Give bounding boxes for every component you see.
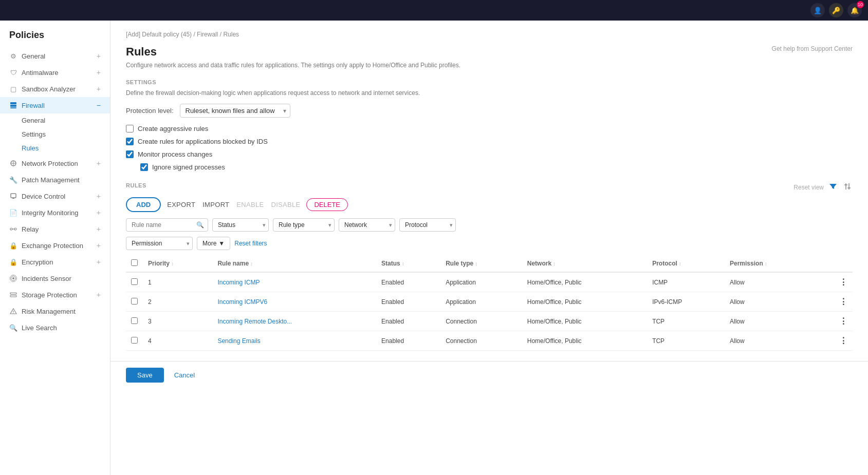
row-rule-type: Application (440, 272, 522, 292)
sidebar-add-network[interactable]: + (97, 159, 101, 167)
ignore-signed-checkbox[interactable] (140, 163, 148, 171)
row-checkbox-1[interactable] (131, 298, 138, 305)
protection-level-select[interactable]: Ruleset, known files and allow Ruleset o… (180, 104, 290, 118)
row-dots-menu[interactable]: ⋮ (817, 312, 853, 331)
permission-filter[interactable]: Permission Allow Deny (126, 237, 193, 250)
sidebar-sub-item-settings[interactable]: Settings (22, 127, 110, 141)
col-rule-name: Rule name↕ (212, 255, 376, 272)
sidebar-sub-item-general[interactable]: General (22, 113, 110, 127)
row-protocol: ICMP (647, 272, 725, 292)
reset-filters-link[interactable]: Reset filters (234, 240, 267, 247)
checkbox-aggressive: Create aggressive rules (126, 125, 853, 132)
sidebar-add-exchange[interactable]: + (97, 241, 101, 250)
select-all-checkbox[interactable] (131, 259, 138, 266)
sidebar-item-integrity[interactable]: 📄 Integrity Monitoring + (0, 204, 110, 221)
rule-type-filter-wrap: Rule type Application Connection (273, 218, 335, 232)
rule-name-link[interactable]: Incoming ICMPV6 (217, 298, 267, 306)
sidebar-item-incidents[interactable]: Incidents Sensor (0, 270, 110, 287)
search-icon: 🔍 (9, 324, 17, 332)
checkbox-monitor-process: Monitor process changes (126, 150, 853, 158)
sidebar-add-device[interactable]: + (97, 192, 101, 200)
row-status: Enabled (376, 292, 440, 312)
cancel-button[interactable]: Cancel (169, 368, 200, 383)
add-rule-button[interactable]: ADD (126, 197, 161, 212)
sidebar-item-storage[interactable]: Storage Protection + (0, 287, 110, 303)
breadcrumb-part3: Rules (223, 31, 239, 38)
network-filter[interactable]: Network Home/Office Public (339, 218, 395, 232)
help-link[interactable]: Get help from Support Center (772, 45, 853, 52)
table-header-checkbox (126, 255, 143, 272)
row-network: Home/Office, Public (522, 292, 647, 312)
sidebar-add-encryption[interactable]: + (97, 258, 101, 266)
sidebar-add-storage[interactable]: + (97, 291, 101, 299)
sidebar-item-exchange[interactable]: 🔒 Exchange Protection + (0, 237, 110, 254)
svg-rect-2 (10, 107, 16, 108)
sidebar-add-general[interactable]: + (97, 52, 101, 60)
rules-header-icons: Reset view (793, 181, 853, 193)
protocol-filter[interactable]: Protocol TCP UDP ICMP IPv6-ICMP (399, 218, 456, 232)
breadcrumb: [Add] Default policy (45) / Firewall / R… (126, 31, 853, 38)
status-filter[interactable]: Status Enabled Disabled (212, 218, 269, 232)
sidebar-item-label: Integrity Monitoring (22, 209, 93, 217)
sidebar-item-antimalware[interactable]: 🛡 Antimalware + (0, 64, 110, 81)
row-rule-name: Sending Emails (212, 331, 376, 351)
enable-button[interactable]: ENABLE (235, 198, 265, 211)
page-title: Rules (126, 45, 157, 59)
row-checkbox-0[interactable] (131, 278, 138, 285)
save-button[interactable]: Save (126, 368, 164, 383)
bell-icon[interactable]: 🔔 10 (847, 3, 862, 17)
sidebar-item-firewall[interactable]: Firewall − (0, 97, 110, 113)
reset-view-btn[interactable]: Reset view (793, 184, 824, 191)
sidebar-item-relay[interactable]: Relay + (0, 221, 110, 237)
rule-name-filter[interactable] (126, 218, 208, 232)
sidebar-item-general[interactable]: ⚙ General + (0, 48, 110, 64)
sidebar-add-relay[interactable]: + (97, 225, 101, 233)
sidebar-item-patch[interactable]: 🔧 Patch Management (0, 172, 110, 188)
sidebar-sub-item-rules[interactable]: Rules (22, 141, 110, 155)
sidebar-item-risk[interactable]: Risk Management (0, 303, 110, 319)
sidebar-item-label: Encryption (22, 258, 93, 266)
user-icon[interactable]: 👤 (810, 3, 825, 17)
breadcrumb-part2[interactable]: Firewall (197, 31, 218, 38)
sidebar-add-antimalware[interactable]: + (97, 68, 101, 77)
filter-icon-btn[interactable] (828, 181, 838, 193)
status-filter-wrap: Status Enabled Disabled (212, 218, 269, 232)
export-button[interactable]: EXPORT (166, 198, 196, 211)
row-dots-menu[interactable]: ⋮ (817, 272, 853, 292)
sidebar-item-live-search[interactable]: 🔍 Live Search (0, 319, 110, 336)
sidebar-item-network-protection[interactable]: Network Protection + (0, 155, 110, 172)
row-rule-name: Incoming ICMP (212, 272, 376, 292)
rule-type-filter[interactable]: Rule type Application Connection (273, 218, 335, 232)
row-permission: Allow (725, 292, 817, 312)
row-checkbox-3[interactable] (131, 337, 138, 344)
sidebar-item-sandbox[interactable]: ▢ Sandbox Analyzer + (0, 81, 110, 97)
row-dots-menu[interactable]: ⋮ (817, 331, 853, 351)
sidebar-item-encryption[interactable]: 🔒 Encryption + (0, 254, 110, 270)
sidebar-add-sandbox[interactable]: + (97, 85, 101, 93)
sidebar-add-integrity[interactable]: + (97, 208, 101, 217)
filter-row: 🔍 Status Enabled Disabled Rule type Appl… (126, 218, 853, 232)
col-rule-type: Rule type↕ (440, 255, 522, 272)
row-dots-menu[interactable]: ⋮ (817, 292, 853, 312)
rule-name-link[interactable]: Incoming Remote Deskto... (217, 318, 292, 325)
firewall-icon (9, 101, 17, 109)
more-filters-button[interactable]: More ▼ (197, 237, 230, 250)
delete-button[interactable]: DELETE (306, 198, 348, 211)
import-button[interactable]: IMPORT (201, 198, 230, 211)
sidebar-item-device-control[interactable]: Device Control + (0, 188, 110, 204)
columns-icon-btn[interactable] (842, 181, 853, 193)
rule-name-link[interactable]: Incoming ICMP (217, 279, 260, 286)
exchange-icon: 🔒 (9, 241, 17, 250)
disable-button[interactable]: DISABLE (270, 198, 301, 211)
network-icon (9, 159, 17, 167)
breadcrumb-part1[interactable]: [Add] Default policy (45) (126, 31, 192, 38)
monitor-process-checkbox[interactable] (126, 150, 134, 158)
svg-rect-6 (11, 194, 16, 198)
key-icon[interactable]: 🔑 (829, 3, 843, 17)
blocked-ids-checkbox[interactable] (126, 138, 134, 145)
row-checkbox-2[interactable] (131, 317, 138, 324)
rule-name-link[interactable]: Sending Emails (217, 337, 260, 345)
sidebar-collapse-firewall[interactable]: − (97, 101, 101, 109)
protection-level-label: Protection level: (126, 107, 174, 115)
aggressive-checkbox[interactable] (126, 125, 134, 132)
